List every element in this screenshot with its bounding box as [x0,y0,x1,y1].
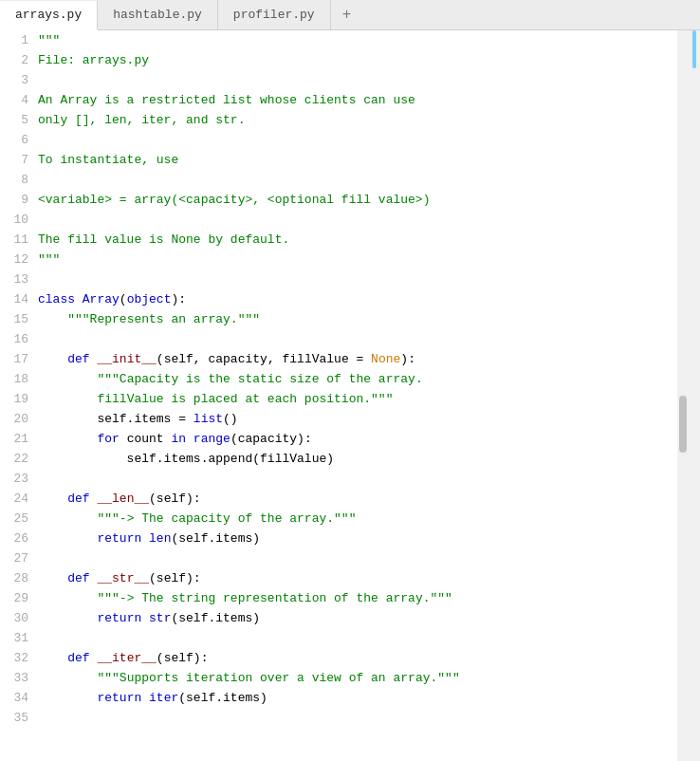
code-token: The fill value is None by default. [38,230,289,250]
line-number: 20 [8,409,28,429]
line-number: 15 [8,309,28,329]
line-number: 13 [8,269,28,289]
code-token: An Array is a restricted list whose clie… [38,90,415,110]
code-token: __len__ [97,489,149,509]
line-number: 7 [8,150,28,170]
line-number: 26 [8,529,28,548]
code-token: def [67,349,97,369]
code-line: 23 [8,469,677,489]
code-token [38,389,97,409]
code-line: 2File: arrays.py [8,50,677,70]
code-area[interactable]: 1"""2File: arrays.py3 4An Array is a res… [0,30,677,761]
line-number: 25 [8,509,28,529]
line-number: 17 [8,349,28,369]
code-token: count [120,429,172,449]
code-token: def [67,489,97,509]
code-token: ): [400,349,415,369]
code-token: object [127,289,172,309]
code-token: (self.items) [171,608,260,628]
code-token: in [171,429,186,449]
line-number: 3 [8,70,28,90]
line-number: 4 [8,90,28,110]
code-token: (capacity): [230,429,312,449]
tab-arrays-py[interactable]: arrays.py [0,1,98,30]
code-token [38,688,97,708]
code-line: 25 """-> The capacity of the array.""" [8,509,677,529]
code-line: 7To instantiate, use [8,150,677,170]
code-token: To instantiate, use [38,150,178,170]
line-number: 24 [8,489,28,509]
code-token: ): [171,289,186,309]
code-token: for [97,429,119,449]
code-token [38,509,97,529]
code-token: __iter__ [97,648,156,668]
code-line: 18 """Capacity is the static size of the… [8,369,677,389]
code-token: only [], len, iter, and str. [38,110,245,130]
line-number: 14 [8,289,28,309]
code-token: Array [83,289,120,309]
right-bar [689,30,700,761]
code-line: 21 for count in range(capacity): [8,429,677,449]
code-token [38,668,97,688]
line-number: 22 [8,449,28,469]
line-number: 19 [8,389,28,409]
tab-profiler-py[interactable]: profiler.py [218,0,331,29]
line-number: 12 [8,250,28,269]
line-number: 29 [8,588,28,608]
code-token [38,349,67,369]
editor-main: 1"""2File: arrays.py3 4An Array is a res… [0,30,677,761]
code-token [38,489,67,509]
line-number: 1 [8,30,28,50]
scrollbar-area[interactable] [677,30,689,761]
code-line: 6 [8,130,677,150]
code-token: __str__ [97,568,149,588]
right-bar-indicator [692,30,696,68]
code-token: <variable> = array(<capacity>, <optional… [38,190,430,210]
code-token: (self.items) [178,688,267,708]
code-token [38,369,97,389]
code-line: 16 [8,329,677,349]
tab-add-button[interactable]: + [331,0,363,29]
code-token: """ [38,30,60,50]
code-token: (self, capacity, fillValue = [157,349,371,369]
line-number: 33 [8,668,28,688]
code-line: 28 def __str__(self): [8,568,677,588]
line-number: 32 [8,648,28,668]
line-number: 34 [8,688,28,708]
code-line: 30 return str(self.items) [8,608,677,628]
code-token: self.items = [38,409,193,429]
code-token: """ [38,250,60,269]
code-line: 22 self.items.append(fillValue) [8,449,677,469]
line-number: 2 [8,50,28,70]
line-number: 30 [8,608,28,628]
code-token [38,648,67,668]
code-token: """Represents an array.""" [67,309,260,329]
scrollbar-thumb[interactable] [679,396,687,453]
code-line: 29 """-> The string representation of th… [8,588,677,608]
code-token [38,588,97,608]
code-token: def [67,568,97,588]
line-number: 28 [8,568,28,588]
code-line: 11The fill value is None by default. [8,230,677,250]
code-token [186,429,193,449]
code-token: len [149,529,171,548]
code-token: () [223,409,238,429]
code-line: 4An Array is a restricted list whose cli… [8,90,677,110]
code-line: 1""" [8,30,677,50]
line-number: 27 [8,548,28,568]
code-line: 15 """Represents an array.""" [8,309,677,329]
code-line: 12""" [8,250,677,269]
code-token: (self): [149,568,201,588]
code-token: iter [149,688,178,708]
tab-hashtable-py[interactable]: hashtable.py [98,0,218,29]
code-line: 8 [8,170,677,190]
code-line: 5only [], len, iter, and str. [8,110,677,130]
code-token: """-> The capacity of the array.""" [97,509,356,529]
code-line: 19 fillValue is placed at each position.… [8,389,677,409]
line-number: 9 [8,190,28,210]
tab-bar: arrays.py hashtable.py profiler.py + [0,0,700,30]
code-line: 14class Array(object): [8,289,677,309]
code-token: (self.items) [171,529,260,548]
code-token: (self): [157,648,209,668]
code-line: 9<variable> = array(<capacity>, <optiona… [8,190,677,210]
